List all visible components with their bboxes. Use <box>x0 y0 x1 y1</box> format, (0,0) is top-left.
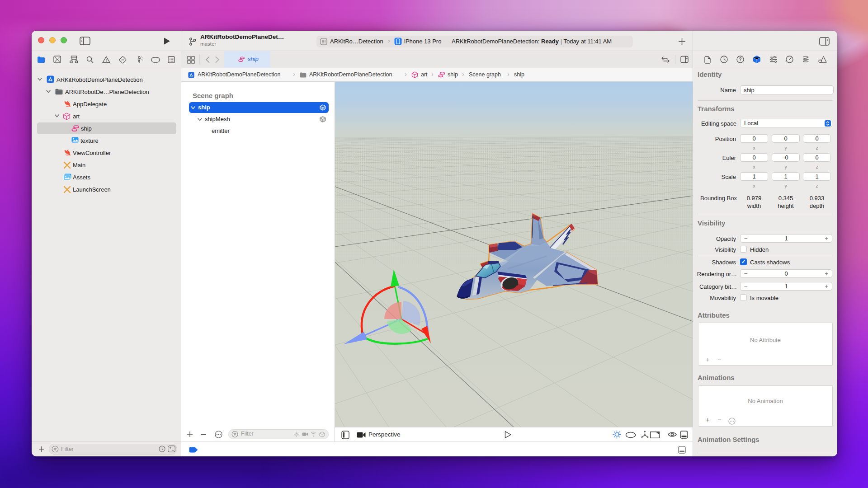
svg-text:?: ? <box>739 57 741 62</box>
